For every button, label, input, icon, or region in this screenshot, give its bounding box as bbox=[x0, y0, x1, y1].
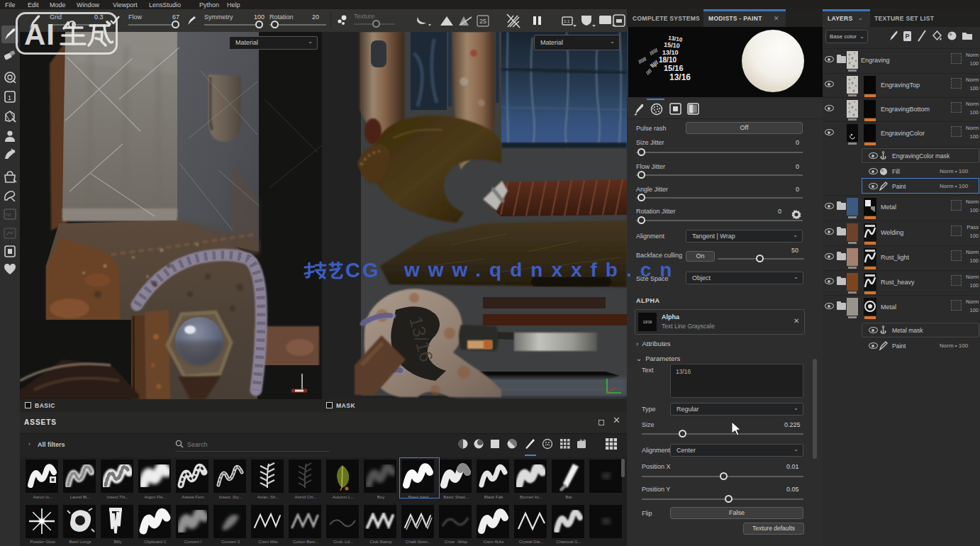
svg-text:P: P bbox=[906, 33, 910, 40]
svg-text:txt: txt bbox=[6, 212, 11, 217]
svg-text:25: 25 bbox=[479, 18, 486, 25]
svg-text:13/16: 13/16 bbox=[669, 72, 691, 82]
svg-text://////: ////// bbox=[649, 48, 659, 56]
svg-text://////: ////// bbox=[637, 56, 647, 65]
svg-text:18/10: 18/10 bbox=[659, 56, 676, 64]
svg-text:1:1: 1:1 bbox=[564, 19, 570, 23]
svg-text:1: 1 bbox=[8, 94, 11, 101]
svg-text:13/10: 13/10 bbox=[662, 49, 679, 56]
svg-text:15/10: 15/10 bbox=[664, 41, 680, 50]
svg-text:15/16: 15/16 bbox=[664, 64, 684, 72]
svg-text:////: //// bbox=[645, 68, 652, 75]
